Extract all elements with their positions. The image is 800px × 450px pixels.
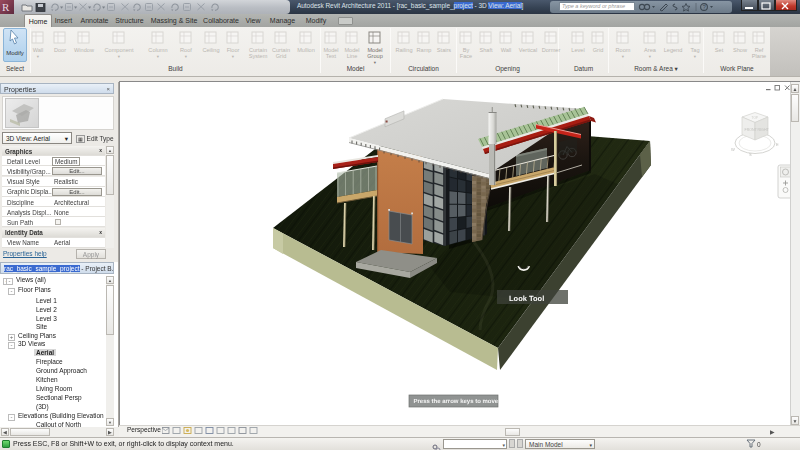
svg-text:TOP: TOP bbox=[752, 116, 759, 120]
svg-text:FRONT: FRONT bbox=[745, 128, 758, 132]
svg-text:E: E bbox=[776, 142, 779, 147]
svg-text:S: S bbox=[749, 152, 752, 157]
svg-text:W: W bbox=[731, 147, 735, 152]
svg-text:Look Tool: Look Tool bbox=[509, 294, 544, 303]
svg-text:R: R bbox=[2, 1, 10, 13]
svg-text:RIGHT: RIGHT bbox=[758, 128, 770, 132]
svg-text:0: 0 bbox=[757, 441, 761, 448]
svg-text:Press the arrow keys to move: Press the arrow keys to move bbox=[414, 398, 499, 405]
